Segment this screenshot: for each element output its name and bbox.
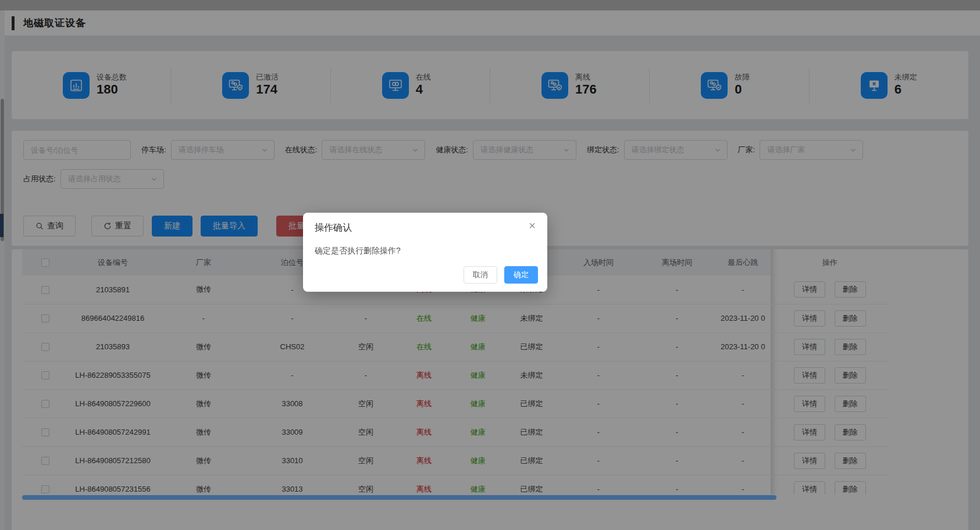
cancel-button[interactable]: 取消	[464, 266, 497, 284]
confirm-button[interactable]: 确定	[504, 266, 538, 284]
confirm-modal: 操作确认 × 确定是否执行删除操作? 取消 确定	[303, 213, 547, 292]
close-icon[interactable]: ×	[529, 220, 536, 231]
modal-title: 操作确认	[315, 222, 536, 234]
modal-message: 确定是否执行删除操作?	[315, 246, 536, 256]
